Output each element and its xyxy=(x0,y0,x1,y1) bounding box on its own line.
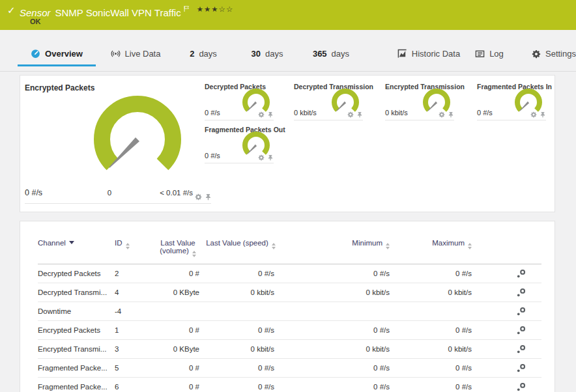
minimum-value: 0 kbit/s xyxy=(278,340,394,359)
tab-30-days[interactable]: 30days xyxy=(248,43,286,66)
small-gauge-fragmented-packets-in: Fragmented Packets In 0 #/s xyxy=(477,83,546,120)
gear-icon[interactable] xyxy=(530,111,537,118)
gear-icon[interactable] xyxy=(258,111,265,118)
tab-bar: Overview Live Data 2days 30days 365days … xyxy=(0,30,576,72)
pin-icon[interactable] xyxy=(356,111,363,118)
column-header-last-value-speed[interactable]: Last Value (speed) xyxy=(203,232,278,264)
column-header-channel[interactable]: Channel xyxy=(38,232,115,264)
channel-name: Decrypted Transmi... xyxy=(38,283,115,302)
gear-icon[interactable] xyxy=(195,193,202,201)
tab-overview[interactable]: Overview xyxy=(18,43,96,66)
main-gauge-encrypted-packets: Encrypted Packets 0 #/s 0 < 0.01 #/s xyxy=(20,76,212,213)
divider xyxy=(25,203,211,204)
gauge-scale-max: < 0.01 #/s xyxy=(137,189,193,197)
object-kind-label: Sensor xyxy=(20,7,51,18)
gauge-scale-min: 0 xyxy=(100,189,119,197)
last-value-speed: 0 #/s xyxy=(203,264,278,283)
table-row: Encrypted Packets 1 0 # 0 #/s 0 #/s 0 #/… xyxy=(38,321,541,340)
minimum-value: 0 #/s xyxy=(278,359,394,378)
gauge-value: 0 kbit/s xyxy=(294,109,317,117)
pin-icon[interactable] xyxy=(448,111,454,118)
channel-name: Fragmented Packe... xyxy=(38,359,115,378)
last-value-volume: 0 # xyxy=(152,264,203,283)
channel-id: 3 xyxy=(115,340,152,359)
live-icon xyxy=(111,49,121,59)
column-header-tools xyxy=(476,232,541,264)
gauge-value: 0 #/s xyxy=(477,109,493,117)
gauges-panel: Encrypted Packets 0 #/s 0 < 0.01 #/s Dec… xyxy=(20,75,555,212)
main-gauge-current-value: 0 #/s xyxy=(25,188,42,197)
channel-name: Downtime xyxy=(38,302,115,321)
sensor-status-label: OK xyxy=(30,18,41,25)
last-value-speed: 0 #/s xyxy=(203,321,278,340)
last-value-speed: 0 #/s xyxy=(203,378,278,392)
pin-icon[interactable] xyxy=(267,154,274,161)
channels-table: Channel ID Last Value(volume) Last Value… xyxy=(38,232,541,392)
pin-icon[interactable] xyxy=(540,111,546,118)
gauge-icon xyxy=(31,49,40,59)
gear-icon[interactable] xyxy=(439,111,445,118)
tab-log[interactable]: Log xyxy=(473,43,506,66)
edit-channel-button[interactable] xyxy=(516,344,526,354)
channel-id: 1 xyxy=(115,321,152,340)
last-value-speed xyxy=(203,302,278,321)
table-row: Decrypted Transmi... 4 0 KByte 0 kbit/s … xyxy=(38,283,541,302)
edit-channel-button[interactable] xyxy=(516,363,526,373)
priority-stars[interactable]: ★★★☆☆ xyxy=(197,5,234,13)
small-gauge-fragmented-packets-out: Fragmented Packets Out 0 #/s xyxy=(205,126,274,163)
channel-name: Decrypted Packets xyxy=(38,264,115,283)
table-row: Encrypted Transmi... 3 0 KByte 0 kbit/s … xyxy=(38,340,541,359)
column-header-maximum[interactable]: Maximum xyxy=(394,232,476,264)
tab-2-days[interactable]: 2days xyxy=(186,43,220,66)
maximum-value: 0 #/s xyxy=(394,321,476,340)
edit-channel-button[interactable] xyxy=(516,269,526,279)
gear-icon xyxy=(532,49,541,59)
last-value-speed: 0 kbit/s xyxy=(203,340,278,359)
edit-channel-button[interactable] xyxy=(516,326,526,335)
edit-channel-button[interactable] xyxy=(516,307,526,316)
gear-icon[interactable] xyxy=(347,111,354,118)
edit-channel-button[interactable] xyxy=(516,288,526,298)
table-header-row: Channel ID Last Value(volume) Last Value… xyxy=(38,232,541,264)
table-row: Fragmented Packe... 6 0 # 0 #/s 0 #/s 0 … xyxy=(38,378,541,392)
edit-channel-button[interactable] xyxy=(516,382,526,392)
log-icon xyxy=(475,49,485,59)
chart-icon xyxy=(397,49,407,59)
maximum-value xyxy=(394,302,476,321)
channel-id: 5 xyxy=(115,359,152,378)
tab-live-data[interactable]: Live Data xyxy=(106,43,166,66)
tab-settings[interactable]: Settings xyxy=(532,43,576,66)
sort-icon xyxy=(468,243,472,249)
gauge-value: 0 kbit/s xyxy=(385,109,408,117)
last-value-volume: 0 KByte xyxy=(152,283,203,302)
tab-historic-data[interactable]: Historic Data xyxy=(392,43,465,66)
column-header-id[interactable]: ID xyxy=(115,232,152,264)
gear-icon[interactable] xyxy=(258,154,265,161)
column-header-minimum[interactable]: Minimum xyxy=(278,232,394,264)
sensor-title: SNMP SonicWall VPN Traffic xyxy=(55,7,181,18)
prtg-sensor-page: ✓ SensorSNMP SonicWall VPN Traffic★★★☆☆ … xyxy=(0,0,576,392)
sort-icon xyxy=(126,243,130,249)
flag-icon[interactable] xyxy=(183,3,190,15)
maximum-value: 0 kbit/s xyxy=(394,283,476,302)
table-row: Fragmented Packe... 5 0 # 0 #/s 0 #/s 0 … xyxy=(38,359,541,378)
status-ok-check-icon: ✓ xyxy=(7,5,16,16)
table-row: Downtime -4 xyxy=(38,302,541,321)
sort-icon xyxy=(192,251,196,257)
table-row: Decrypted Packets 2 0 # 0 #/s 0 #/s 0 #/… xyxy=(38,264,541,283)
minimum-value xyxy=(278,302,394,321)
last-value-volume: 0 # xyxy=(152,359,203,378)
last-value-volume xyxy=(152,302,203,321)
last-value-volume: 0 # xyxy=(152,321,203,340)
channel-id: 4 xyxy=(115,283,152,302)
channel-name: Encrypted Packets xyxy=(38,321,115,340)
pin-icon[interactable] xyxy=(205,193,212,201)
channel-name: Encrypted Transmi... xyxy=(38,340,115,359)
small-gauge-decrypted-transmission: Decrypted Transmission 0 kbit/s xyxy=(294,83,363,120)
maximum-value: 0 #/s xyxy=(394,378,476,392)
channel-id: 6 xyxy=(115,378,152,392)
sensor-header: ✓ SensorSNMP SonicWall VPN Traffic★★★☆☆ … xyxy=(0,0,576,30)
pin-icon[interactable] xyxy=(267,111,274,118)
column-header-last-value-volume[interactable]: Last Value(volume) xyxy=(152,232,203,264)
tab-365-days[interactable]: 365days xyxy=(309,43,353,66)
